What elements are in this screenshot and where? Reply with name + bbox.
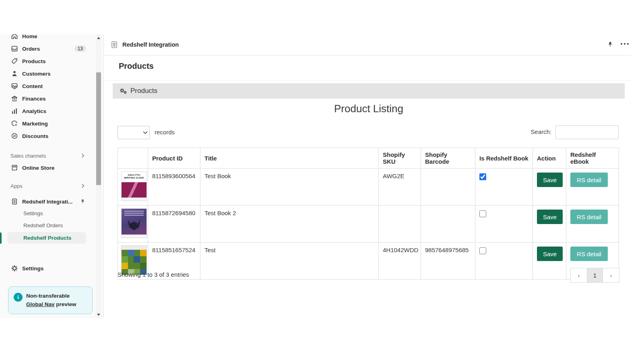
records-select[interactable]: [118, 126, 150, 139]
global-nav-preview-banner: i Non-transferable Global Nav preview: [8, 286, 93, 314]
col-is-redshelf-book: Is Redshelf Book: [475, 148, 533, 169]
sidebar-item-label: Settings: [22, 265, 43, 272]
cell-shopify-sku: [379, 206, 421, 243]
sidebar-subitem-redshelf-products[interactable]: Redshelf Products: [7, 232, 86, 244]
table-row: 8115851657524 Test 4H1042WDD 98576489756…: [118, 243, 619, 280]
pagination-page-1[interactable]: 1: [587, 268, 603, 282]
orders-icon: [10, 45, 19, 53]
sidebar-item-redshelf-app[interactable]: Redshelf Integrati...: [7, 195, 86, 208]
sidebar-subitem-settings[interactable]: Settings: [7, 208, 86, 219]
col-product-id: Product ID: [148, 148, 200, 169]
sidebar-item-finances[interactable]: Finances: [7, 93, 86, 105]
cell-product-id: 8115893600564: [148, 169, 200, 206]
sidebar-item-label: Discounts: [22, 133, 48, 139]
save-button[interactable]: Save: [537, 247, 563, 261]
cogs-icon: [119, 87, 127, 95]
sidebar-item-content[interactable]: Content: [7, 80, 86, 92]
apps-section[interactable]: Apps: [7, 180, 86, 191]
sidebar-item-settings[interactable]: Settings: [7, 262, 86, 274]
image-icon: [10, 82, 19, 90]
tag-icon: [10, 57, 19, 65]
cell-shopify-barcode: 9857648975685: [421, 243, 475, 280]
sidebar-item-label: Orders: [22, 46, 40, 52]
col-image: [118, 148, 148, 169]
sidebar-item-marketing[interactable]: Marketing: [7, 117, 86, 130]
active-indicator: [0, 232, 2, 244]
scroll-up-arrow[interactable]: [96, 35, 101, 41]
save-button[interactable]: Save: [537, 173, 563, 187]
section-label: Apps: [10, 183, 23, 189]
cell-shopify-barcode: [421, 169, 475, 206]
sidebar-scrollbar: [96, 34, 101, 318]
bank-icon: [10, 95, 19, 103]
sales-channels-section[interactable]: Sales channels: [7, 150, 86, 161]
col-title: Title: [200, 148, 379, 169]
sidebar: Home Orders 13 Products Customers: [0, 34, 104, 318]
is-redshelf-checkbox[interactable]: [479, 247, 486, 254]
pin-icon[interactable]: [79, 198, 86, 205]
sidebar-item-label: Content: [22, 83, 43, 89]
sidebar-subitem-redshelf-orders[interactable]: Redshelf Orders: [7, 220, 86, 231]
redshelf-app-icon: [110, 40, 119, 49]
cell-title: Test: [200, 243, 379, 280]
search-input[interactable]: [555, 125, 619, 139]
section-label: Sales channels: [10, 153, 46, 159]
rs-detail-button[interactable]: RS detail: [570, 173, 608, 187]
sidebar-item-home[interactable]: Home: [7, 34, 86, 42]
pagination-prev[interactable]: ‹: [571, 268, 587, 282]
banner-suffix: preview: [55, 301, 76, 307]
sidebar-item-label: Online Store: [22, 165, 54, 171]
person-icon: [10, 70, 19, 78]
product-listing-table: Product ID Title Shopify SKU Shopify Bar…: [118, 148, 619, 280]
chevron-right-icon: [80, 152, 86, 159]
info-icon: i: [14, 293, 23, 302]
sidebar-item-discounts[interactable]: Discounts: [7, 130, 86, 142]
bar-chart-icon: [10, 107, 19, 115]
pagination-next[interactable]: ›: [603, 268, 619, 282]
sidebar-item-label: Customers: [22, 71, 51, 77]
listing-title: Product Listing: [113, 103, 625, 115]
app-title: Redshelf Integration: [122, 41, 179, 48]
pagination: ‹ 1 ›: [570, 268, 619, 283]
is-redshelf-checkbox[interactable]: [479, 210, 486, 217]
table-row: ANALYTIC WRITING GUIDE 8115893600564 Tes…: [118, 169, 619, 206]
cell-title: Test Book: [200, 169, 379, 206]
scroll-down-arrow[interactable]: [96, 312, 101, 317]
global-nav-link[interactable]: Global Nav: [26, 301, 55, 307]
storefront-icon: [10, 164, 19, 172]
entries-summary: Showing 1 to 3 of 3 entries: [118, 271, 189, 278]
discount-icon: [10, 132, 19, 140]
sidebar-item-label: Marketing: [22, 121, 48, 127]
sidebar-item-customers[interactable]: Customers: [7, 68, 86, 80]
cell-shopify-sku: 4H1042WDD: [379, 243, 421, 280]
sidebar-item-label: Finances: [22, 96, 46, 102]
save-button[interactable]: Save: [537, 210, 563, 224]
is-redshelf-checkbox[interactable]: [479, 173, 486, 180]
col-shopify-sku: Shopify SKU: [379, 148, 421, 169]
sidebar-item-label: Products: [22, 58, 46, 64]
orders-count-badge: 13: [74, 45, 86, 52]
col-action: Action: [533, 148, 566, 169]
rs-detail-button[interactable]: RS detail: [570, 247, 608, 261]
products-panel-header: Products: [113, 83, 625, 99]
pin-icon[interactable]: [606, 41, 615, 49]
sidebar-item-products[interactable]: Products: [7, 55, 86, 67]
more-options-icon[interactable]: [621, 43, 629, 45]
scrollbar-thumb[interactable]: [96, 72, 101, 185]
sidebar-item-orders[interactable]: Orders 13: [7, 43, 86, 55]
page-title: Products: [119, 62, 154, 71]
table-header-row: Product ID Title Shopify SKU Shopify Bar…: [118, 148, 619, 169]
home-icon: [10, 34, 19, 40]
sidebar-item-label: Analytics: [22, 108, 46, 114]
divider: [104, 80, 631, 80]
records-label: records: [155, 129, 175, 136]
sidebar-item-online-store[interactable]: Online Store: [7, 162, 86, 174]
screenshot-canvas: Home Orders 13 Products Customers: [0, 0, 644, 362]
gear-icon: [10, 264, 19, 272]
sidebar-item-analytics[interactable]: Analytics: [7, 105, 86, 117]
col-redshelf-ebook: Redshelf eBook: [566, 148, 619, 169]
search-label: Search:: [466, 128, 551, 135]
main-content: Redshelf Integration Products Products P…: [104, 34, 631, 318]
rs-detail-button[interactable]: RS detail: [570, 210, 608, 224]
panel-header-title: Products: [130, 87, 157, 95]
